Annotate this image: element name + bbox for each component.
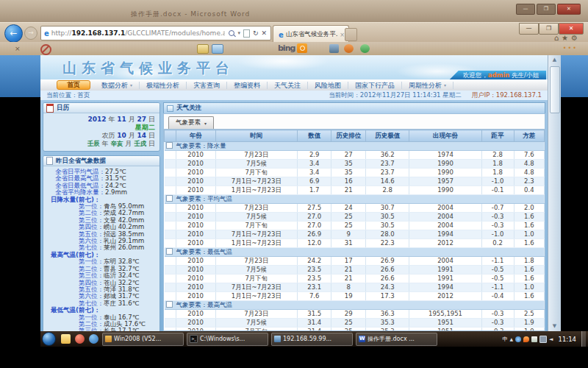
nav-item-4[interactable]: 整编资料: [227, 82, 268, 89]
tab-favicon: e: [279, 31, 284, 39]
checkbox[interactable]: [166, 248, 173, 255]
nav-item-2[interactable]: 极端性分析: [140, 82, 187, 89]
scroll-up-icon[interactable]: ▲: [548, 55, 561, 65]
ie-taskbar-icon[interactable]: [89, 334, 98, 344]
nav-item-8[interactable]: 周期性分析▾: [402, 82, 453, 89]
explorer-icon[interactable]: [61, 334, 71, 344]
search-icon[interactable]: [229, 30, 234, 36]
nav-item-7[interactable]: 国家下行产品: [348, 82, 402, 89]
overflow-menu-icon[interactable]: •••: [563, 45, 578, 52]
checkbox[interactable]: [166, 142, 173, 149]
media-player-icon[interactable]: [75, 334, 85, 344]
settings-gear-icon[interactable]: ⚙: [571, 34, 581, 42]
taskbar-button[interactable]: Win2008 (V52...: [102, 333, 184, 346]
taskbar-button[interactable]: >_C:\Windows\s...: [187, 333, 268, 346]
element-filter-button[interactable]: 气象要素▾: [168, 116, 214, 129]
globe-icon[interactable]: [360, 44, 370, 53]
mail-icon[interactable]: [197, 44, 209, 54]
calendar-icon: [46, 104, 54, 113]
section-row: 气象要素：平均气温: [165, 195, 545, 204]
cell: 36.2: [365, 151, 409, 160]
cell: 2.8: [481, 151, 514, 160]
bing-search[interactable]: bing: [278, 43, 307, 53]
calendar-lunar: 农历 10 月 14 日: [48, 132, 155, 140]
forward-button[interactable]: →: [24, 26, 37, 40]
input-method-tray-icon[interactable]: [523, 336, 529, 342]
scrollbar-thumb[interactable]: [550, 66, 560, 113]
favorites-star-icon[interactable]: ★: [562, 34, 571, 42]
bg-minimize-button[interactable]: —: [516, 4, 535, 15]
paw-icon[interactable]: [344, 44, 354, 53]
background-window-title: 操作手册.docx - Microsoft Word: [131, 10, 250, 19]
browser-tab[interactable]: e 山东省气候业务平... ×: [273, 25, 349, 43]
refresh-icon[interactable]: ↻: [253, 29, 259, 37]
scrollbar[interactable]: ▲ ▼: [548, 55, 561, 331]
maximize-button[interactable]: ❐: [539, 23, 559, 35]
cell: -1.0: [481, 177, 514, 186]
cell: 1.7: [297, 186, 331, 195]
nav-item-1[interactable]: 数据分析▾: [95, 82, 140, 89]
message-icon[interactable]: [212, 44, 223, 54]
nav-item-3[interactable]: 灾害查询: [187, 82, 227, 89]
chevron-down-icon[interactable]: ▾: [237, 30, 240, 36]
nav-item-0[interactable]: 首页: [57, 80, 90, 90]
table-row: 20107月下旬27.02530.52004-0.31.6: [165, 222, 545, 230]
cell: 23.5: [297, 266, 331, 275]
cell: 2010: [176, 257, 215, 266]
cell: -0.5: [481, 275, 514, 283]
bing-search-icon[interactable]: [297, 43, 307, 53]
cell: 26.9: [365, 257, 409, 266]
breadcrumb: 当前位置：首页: [46, 91, 90, 99]
taskbar-button[interactable]: W操作手册.docx ...: [356, 333, 437, 346]
cell: 1.8: [481, 169, 514, 177]
cell: 31.4: [297, 319, 331, 328]
close-button[interactable]: ✕: [559, 23, 584, 35]
close-pane-icon[interactable]: ×: [15, 45, 21, 52]
nav-item-6[interactable]: 风险地图: [308, 82, 348, 89]
home-icon[interactable]: ⌂: [554, 34, 562, 42]
cell: 2010: [176, 169, 215, 177]
checkbox[interactable]: [166, 301, 173, 308]
messenger-tray-icon[interactable]: [515, 336, 521, 342]
new-tab-button[interactable]: [345, 28, 357, 41]
table-row: 20107月23日2.92736.219742.87.6: [165, 151, 545, 160]
cell: 31.5: [297, 310, 331, 319]
cell: 26.6: [365, 275, 409, 283]
start-button[interactable]: [42, 332, 56, 346]
cell: 1月1日~7月23日: [215, 292, 297, 301]
cell: 2.5: [514, 310, 544, 319]
nav-item-5[interactable]: 天气关注: [268, 82, 308, 89]
cell: 21: [331, 266, 366, 275]
address-bar[interactable]: e http://192.168.137.1/GLCCLIMATE/module…: [40, 26, 271, 40]
show-desktop-button[interactable]: [581, 331, 586, 347]
network-icon[interactable]: [539, 336, 547, 343]
taskbar-clock[interactable]: 11:14: [559, 336, 577, 343]
bg-maximize-button[interactable]: ❐: [537, 4, 556, 15]
minimize-button[interactable]: —: [519, 23, 539, 35]
taskbar-button[interactable]: 192.168.59.99...: [271, 333, 353, 346]
checkbox[interactable]: [166, 195, 173, 202]
bg-close-button[interactable]: ✕: [557, 4, 581, 15]
stop-icon[interactable]: ✕: [261, 29, 267, 37]
cell: 2010: [176, 186, 215, 195]
browser-hotbar: ⌂★⚙: [554, 34, 581, 42]
language-indicator[interactable]: 中: [502, 336, 507, 343]
banner-left-cap: [0, 55, 40, 97]
cell: 19: [331, 292, 366, 301]
back-button[interactable]: ←: [4, 24, 23, 43]
cell: 2010: [176, 310, 215, 319]
camera-icon[interactable]: [329, 44, 339, 53]
cell: 2010: [176, 266, 215, 275]
column-header: 方差: [514, 130, 544, 142]
scroll-down-icon[interactable]: ▼: [548, 322, 561, 331]
action-center-icon[interactable]: [531, 336, 537, 342]
cell: 1.8: [481, 160, 514, 169]
compatibility-icon[interactable]: [243, 29, 250, 38]
nav-item-label: 极端性分析: [146, 82, 179, 89]
cell: -0.1: [481, 186, 514, 195]
hidden-icons-chevron[interactable]: ▲: [509, 336, 513, 342]
nav-item-label: 数据分析: [101, 82, 128, 89]
cell: 7月23日: [215, 310, 297, 319]
volume-icon[interactable]: ◄: [549, 336, 553, 342]
table-row: 20107月1日~7月23日23.1824.31994-1.11.0: [165, 283, 545, 292]
